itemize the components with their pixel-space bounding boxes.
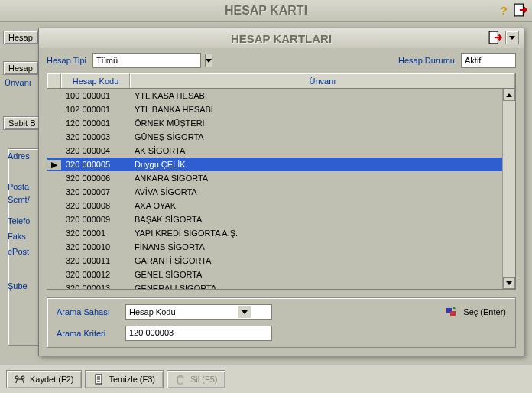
bg-tab-1[interactable]: Hesap	[3, 31, 38, 44]
search-criteria-field[interactable]	[125, 326, 272, 341]
grid-header-marker	[47, 73, 61, 88]
grid-header-name[interactable]: Ünvanı	[130, 73, 515, 88]
select-button[interactable]: Seç (Enter)	[446, 307, 506, 317]
table-row[interactable]: 320 000008AXA OYAK	[47, 199, 502, 213]
table-row[interactable]: 100 000001YTL KASA HESABI	[47, 89, 502, 102]
cell-code: 320 000013	[61, 284, 130, 289]
account-type-label: Hesap Tipi	[47, 56, 86, 65]
cell-name: YTL KASA HESABI	[130, 91, 502, 100]
select-button-label: Seç (Enter)	[463, 307, 506, 317]
chevron-down-icon[interactable]	[238, 306, 251, 318]
table-row[interactable]: 320 000012GENEL SİGORTA	[47, 268, 502, 281]
table-row[interactable]: 320 000010FİNANS SİGORTA	[47, 240, 502, 254]
cell-name: GENEL SİGORTA	[130, 270, 502, 279]
cell-name: BAŞAK SİGORTA	[130, 215, 502, 224]
search-field-label: Arama Sahası	[57, 307, 125, 317]
search-panel: Arama Sahası Seç (Enter) Arama Kriteri	[47, 297, 516, 348]
dialog-dropdown-icon[interactable]	[505, 31, 519, 44]
cell-name: AXA OYAK	[130, 201, 502, 210]
grid-rows: 100 000001YTL KASA HESABI102 000001YTL B…	[47, 89, 502, 289]
search-field-combo[interactable]	[125, 304, 272, 320]
dialog-titlebar: HESAP KARTLARI	[39, 28, 524, 48]
account-status-input[interactable]	[462, 54, 532, 67]
table-row[interactable]: 320 000007AVİVA SİGORTA	[47, 185, 502, 199]
table-row[interactable]: 320 000004AK SİGORTA	[47, 144, 502, 158]
clear-icon	[93, 374, 104, 385]
delete-button-label: Sil (F5)	[190, 375, 217, 384]
cell-name: GARANTİ SİGORTA	[130, 256, 502, 265]
cell-name: AK SİGORTA	[130, 146, 502, 155]
account-type-input[interactable]	[93, 54, 205, 67]
cell-code: 320 000010	[61, 242, 130, 252]
filter-row: Hesap Tipi Hesap Durumu	[39, 48, 524, 73]
grid-header-code[interactable]: Hesap Kodu	[61, 73, 130, 88]
cell-code: 320 000011	[61, 256, 130, 265]
cell-code: 102 000001	[61, 105, 130, 114]
row-marker-icon: ▶	[47, 160, 61, 170]
cell-name: GENERALİ SİGORTA	[130, 284, 502, 289]
table-row[interactable]: 320 000013GENERALİ SİGORTA	[47, 281, 502, 289]
table-row[interactable]: 120 000001ÖRNEK MÜŞTERİ	[47, 116, 502, 130]
table-row[interactable]: ▶320 000005Duygu ÇELİK	[47, 158, 502, 171]
delete-button: Sil (F5)	[167, 370, 225, 388]
table-row[interactable]: 320 00001YAPI KREDİ SİGORTA A.Ş.	[47, 226, 502, 240]
cell-name: AVİVA SİGORTA	[130, 187, 502, 196]
account-status-combo[interactable]	[461, 53, 516, 68]
clear-button[interactable]: Temizle (F3)	[85, 370, 164, 388]
account-status-label: Hesap Durumu	[398, 56, 455, 65]
dialog-title: HESAP KARTLARI	[231, 32, 332, 45]
cell-code: 320 000008	[61, 201, 130, 210]
cell-code: 320 000012	[61, 270, 130, 279]
bg-label-sube: Şube	[8, 281, 28, 291]
table-row[interactable]: 320 000003GÜNEŞ SİGORTA	[47, 130, 502, 144]
cell-name: GÜNEŞ SİGORTA	[130, 132, 502, 141]
chevron-down-icon[interactable]	[205, 54, 212, 67]
dialog-exit-icon[interactable]	[488, 31, 502, 44]
bg-label-faks: Faks	[8, 232, 26, 241]
exit-icon[interactable]	[514, 3, 527, 17]
svg-point-7	[15, 376, 18, 379]
bottom-toolbar: Kaydet (F2) Temizle (F3) Sil (F5)	[0, 365, 532, 393]
cell-name: YTL BANKA HESABI	[130, 105, 502, 114]
table-row[interactable]: 102 000001YTL BANKA HESABI	[47, 102, 502, 116]
main-window-titlebar: HESAP KARTI ?	[0, 0, 532, 22]
search-criteria-input[interactable]	[126, 326, 271, 339]
bg-label-posta: Posta	[8, 182, 29, 191]
cell-code: 100 000001	[61, 91, 130, 100]
help-icon[interactable]: ?	[497, 3, 511, 17]
accounts-grid: Hesap Kodu Ünvanı 100 000001YTL KASA HES…	[47, 73, 516, 290]
scroll-down-icon[interactable]	[503, 277, 515, 289]
cell-name: FİNANS SİGORTA	[130, 242, 502, 252]
account-type-combo[interactable]	[92, 53, 201, 68]
table-row[interactable]: 320 000011GARANTİ SİGORTA	[47, 254, 502, 268]
search-criteria-label: Arama Kriteri	[57, 329, 125, 338]
save-button[interactable]: Kaydet (F2)	[6, 370, 82, 388]
select-icon	[446, 307, 459, 317]
svg-rect-6	[450, 311, 456, 316]
table-row[interactable]: 320 000009BAŞAK SİGORTA	[47, 213, 502, 226]
cell-name: ANKARA SİGORTA	[130, 174, 502, 183]
account-list-dialog: HESAP KARTLARI Hesap Tipi Hesap Durumu H…	[38, 28, 524, 356]
cell-code: 320 000006	[61, 174, 130, 183]
cell-code: 320 00001	[61, 229, 130, 238]
save-button-label: Kaydet (F2)	[30, 375, 73, 384]
vertical-scrollbar[interactable]	[502, 89, 515, 289]
bg-tab-2[interactable]: Hesap	[3, 61, 38, 75]
svg-point-8	[21, 376, 24, 379]
cell-code: 120 000001	[61, 119, 130, 128]
table-row[interactable]: 320 000006ANKARA SİGORTA	[47, 171, 502, 185]
grid-header: Hesap Kodu Ünvanı	[47, 73, 515, 89]
bg-label-telefon: Telefo	[8, 216, 30, 226]
trash-icon	[175, 374, 186, 385]
bg-label-adres: Adres	[8, 151, 30, 161]
bg-label-eposta: ePost	[8, 247, 29, 256]
bg-tab-sabit[interactable]: Sabit B	[3, 116, 41, 130]
cell-code: 320 000003	[61, 132, 130, 141]
cell-code: 320 000005	[61, 160, 130, 169]
main-window-title: HESAP KARTI	[225, 4, 307, 18]
cell-name: YAPI KREDİ SİGORTA A.Ş.	[130, 229, 502, 238]
scroll-up-icon[interactable]	[503, 89, 515, 101]
cell-name: Duygu ÇELİK	[130, 160, 502, 169]
bg-label-unvani: Ünvanı	[5, 78, 31, 87]
search-field-input[interactable]	[126, 306, 238, 318]
